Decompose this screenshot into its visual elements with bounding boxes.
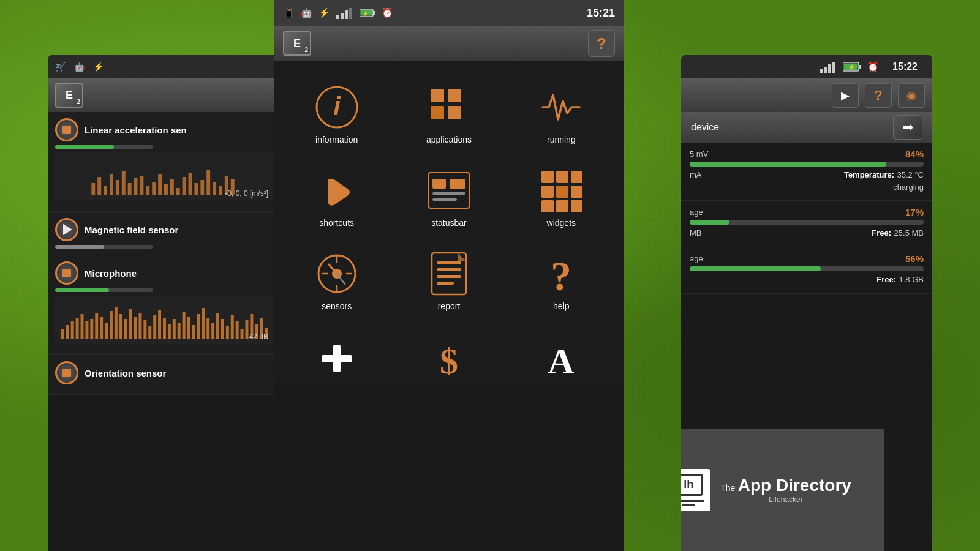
- right-battery-icon: ⚡: [843, 61, 861, 72]
- help-button-right[interactable]: ?: [865, 83, 892, 108]
- menu-item-widgets[interactable]: widgets: [505, 157, 617, 240]
- sensor-progress-bar-linear: [55, 145, 114, 149]
- battery-icon: 📱: [283, 7, 295, 18]
- svg-rect-35: [115, 307, 118, 339]
- battery-temp-row: mA Temperature: 35.2 °C: [690, 169, 924, 180]
- battery-bar-fill: [690, 162, 886, 167]
- menu-item-information[interactable]: i information: [281, 73, 393, 157]
- circle-button-right[interactable]: ◉: [898, 83, 925, 108]
- help-button-mid[interactable]: ?: [588, 30, 615, 57]
- menu-label-applications: applications: [426, 135, 472, 144]
- storage1-bar-fill: [690, 220, 729, 225]
- svg-rect-50: [187, 317, 190, 339]
- monitor-stand: [682, 504, 695, 506]
- arrow-button[interactable]: ➡: [893, 115, 922, 140]
- temperature-label: Temperature:: [844, 170, 894, 179]
- storage2-section: age 56% Free: 1.8 GB: [681, 247, 932, 294]
- svg-rect-25: [66, 325, 69, 339]
- left-app-header: E2: [48, 78, 281, 112]
- menu-item-statusbar[interactable]: statusbar: [393, 157, 505, 240]
- bottom-icon-plus: [281, 342, 393, 375]
- battery-charging-row: charging: [690, 182, 924, 192]
- lh-box: lh: [681, 474, 703, 496]
- sensor-orientation: Orientation sensor: [48, 355, 281, 395]
- svg-rect-48: [178, 323, 181, 339]
- cart-icon: 🛒: [55, 62, 66, 72]
- charging-status: charging: [893, 182, 924, 192]
- sensor-name-mic: Microphone: [85, 268, 137, 279]
- menu-item-shortcuts[interactable]: shortcuts: [281, 157, 393, 240]
- running-icon: [537, 86, 586, 129]
- svg-rect-33: [105, 323, 108, 339]
- sensor-stop-btn-mic[interactable]: [55, 261, 78, 285]
- sensor-play-btn-magnetic[interactable]: [55, 218, 78, 241]
- svg-rect-88: [571, 171, 582, 183]
- right-signal-icon: [820, 61, 837, 73]
- lh-text: lh: [684, 478, 693, 491]
- svg-rect-39: [134, 317, 137, 339]
- storage1-free-wrapper: Free: 25.5 MB: [872, 227, 924, 238]
- svg-rect-80: [448, 106, 461, 119]
- svg-rect-46: [168, 324, 171, 339]
- chart-label-linear: -0, 0, 0 [m/s²]: [225, 189, 268, 198]
- svg-rect-51: [192, 325, 195, 339]
- svg-text:i: i: [333, 92, 341, 121]
- widgets-icon: [537, 169, 586, 212]
- play-icon-magnetic: [63, 224, 72, 235]
- svg-rect-53: [202, 308, 205, 339]
- right-alarm-icon: ⏰: [867, 61, 879, 72]
- menu-item-running[interactable]: running: [505, 73, 617, 157]
- sensor-stop-btn-orientation[interactable]: [55, 361, 78, 384]
- svg-rect-32: [100, 317, 103, 339]
- sensor-stop-btn-linear[interactable]: [55, 118, 78, 141]
- svg-rect-1: [97, 177, 101, 195]
- svg-rect-0: [91, 183, 95, 195]
- sensor-progress-bar-mic: [55, 288, 109, 292]
- menu-item-help[interactable]: ? help: [505, 240, 617, 323]
- svg-rect-45: [163, 318, 166, 339]
- sensor-magnetic-field: Magnetic field sensor: [48, 212, 281, 255]
- stop-icon-orientation: [62, 369, 71, 377]
- svg-rect-61: [241, 329, 244, 339]
- usb-icon: ⚡: [93, 62, 104, 72]
- svg-rect-93: [556, 200, 568, 212]
- storage2-percent: 56%: [905, 253, 924, 264]
- storage1-bar: [690, 220, 924, 225]
- bottom-icon-dollar: $: [393, 342, 505, 375]
- sensor-name-linear: Linear acceleration sen: [85, 125, 187, 135]
- menu-item-report[interactable]: report: [393, 240, 505, 323]
- svg-rect-94: [571, 200, 582, 212]
- help-icon: ?: [537, 252, 586, 295]
- storage1-free-row: MB Free: 25.5 MB: [690, 227, 924, 238]
- svg-rect-86: [541, 171, 554, 183]
- svg-rect-42: [148, 326, 151, 339]
- menu-label-statusbar: statusbar: [431, 218, 467, 228]
- svg-rect-92: [541, 200, 554, 212]
- menu-item-sensors[interactable]: sensors: [281, 240, 393, 323]
- svg-rect-60: [236, 321, 239, 339]
- svg-rect-18: [200, 180, 204, 195]
- play-button-right[interactable]: ▶: [832, 83, 859, 108]
- menu-label-report: report: [438, 301, 461, 311]
- svg-rect-72: [373, 11, 375, 15]
- android-icon-mid: 🤖: [301, 7, 312, 18]
- mv-label: 5 mV: [690, 149, 708, 159]
- menu-label-shortcuts: shortcuts: [319, 218, 354, 228]
- svg-rect-16: [189, 173, 192, 195]
- e2-sub-mid: 2: [304, 47, 308, 53]
- android-icon: 🤖: [74, 62, 85, 72]
- report-icon: [424, 252, 473, 295]
- svg-rect-17: [194, 183, 198, 195]
- bottom-icon-a: A: [505, 342, 617, 375]
- svg-rect-11: [158, 174, 162, 195]
- svg-rect-7: [134, 178, 138, 195]
- svg-rect-31: [95, 313, 98, 339]
- svg-rect-4: [116, 180, 119, 195]
- svg-rect-83: [450, 179, 466, 189]
- stop-icon-mic: [62, 269, 71, 277]
- storage2-free-value: 1.8 GB: [899, 275, 924, 284]
- sensor-linear-acceleration: Linear acceleration sen: [48, 112, 281, 212]
- menu-item-applications[interactable]: applications: [393, 73, 505, 157]
- svg-rect-54: [206, 318, 209, 339]
- svg-rect-19: [206, 170, 210, 195]
